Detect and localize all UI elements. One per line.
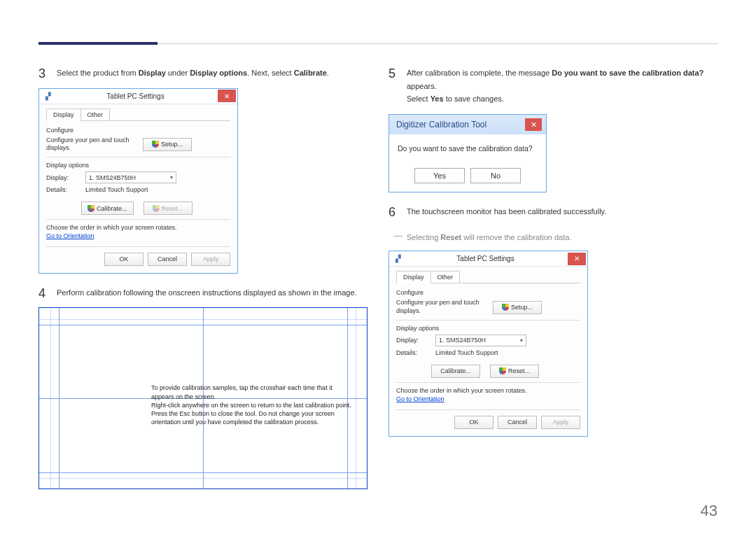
tab-display[interactable]: Display bbox=[396, 271, 431, 283]
step-text: Perform calibration following the onscre… bbox=[57, 286, 368, 300]
cancel-button[interactable]: Cancel bbox=[148, 253, 187, 266]
step-6: 6 The touchscreen monitor has been calib… bbox=[388, 205, 721, 218]
right-column: 5 After calibration is complete, the mes… bbox=[388, 66, 721, 448]
reset-note: Selecting Reset will remove the calibrat… bbox=[407, 231, 721, 244]
details-label: Details: bbox=[46, 186, 80, 193]
tabs: Display Other bbox=[396, 271, 580, 283]
apply-button[interactable]: Apply bbox=[541, 416, 580, 429]
digitizer-dialog: Digitizer Calibration Tool ✕ Do you want… bbox=[388, 114, 547, 192]
setup-button[interactable]: Setup... bbox=[143, 138, 192, 151]
step-number: 3 bbox=[38, 66, 54, 81]
tabs: Display Other bbox=[46, 108, 230, 121]
close-button[interactable]: ✕ bbox=[568, 253, 586, 265]
step-number: 6 bbox=[388, 205, 404, 220]
step-4: 4 Perform calibration following the onsc… bbox=[38, 286, 368, 490]
orientation-link[interactable]: Go to Orientation bbox=[396, 395, 580, 402]
details-label: Details: bbox=[396, 349, 430, 356]
left-column: 3 Select the product from Display under … bbox=[38, 66, 368, 502]
step-text: The touchscreen monitor has been calibra… bbox=[407, 205, 721, 218]
no-button[interactable]: No bbox=[470, 168, 521, 183]
chapter-header-rule bbox=[38, 43, 718, 44]
display-options-label: Display options bbox=[46, 162, 230, 169]
ok-button[interactable]: OK bbox=[104, 253, 144, 266]
window-title: Tablet PC Settings bbox=[403, 255, 568, 262]
tablet-icon: ▞ bbox=[393, 254, 403, 264]
tablet-pc-settings-window-2: ▞ Tablet PC Settings ✕ Display Other Con… bbox=[388, 251, 588, 436]
configure-label: Configure bbox=[396, 289, 580, 296]
window-title: Tablet PC Settings bbox=[53, 92, 218, 100]
tab-other[interactable]: Other bbox=[430, 271, 461, 283]
orientation-link[interactable]: Go to Orientation bbox=[46, 232, 230, 239]
display-label: Display: bbox=[396, 337, 430, 344]
chevron-down-icon: ▾ bbox=[170, 174, 173, 181]
tab-display[interactable]: Display bbox=[46, 108, 81, 121]
step-number: 5 bbox=[388, 66, 404, 81]
calibrate-button[interactable]: Calibrate... bbox=[81, 202, 134, 215]
page-number: 43 bbox=[701, 502, 718, 520]
display-dropdown[interactable]: 1. SMS24B750H ▾ bbox=[435, 335, 526, 346]
tab-other[interactable]: Other bbox=[80, 108, 111, 120]
calibrate-button[interactable]: Calibrate... bbox=[431, 365, 480, 378]
close-button[interactable]: ✕ bbox=[525, 118, 542, 131]
orientation-text: Choose the order in which your screen ro… bbox=[396, 387, 580, 395]
ok-button[interactable]: OK bbox=[454, 416, 493, 429]
apply-button[interactable]: Apply bbox=[191, 253, 230, 266]
setup-button[interactable]: Setup... bbox=[493, 301, 542, 314]
titlebar: ▞ Tablet PC Settings ✕ bbox=[39, 89, 237, 104]
details-value: Limited Touch Support bbox=[435, 349, 498, 356]
yes-button[interactable]: Yes bbox=[414, 168, 465, 183]
shield-icon bbox=[153, 205, 160, 212]
step-3: 3 Select the product from Display under … bbox=[38, 66, 368, 274]
reset-button[interactable]: Reset... bbox=[144, 202, 192, 215]
calibration-grid-screenshot: To provide calibration samples, tap the … bbox=[38, 307, 368, 489]
step-5: 5 After calibration is complete, the mes… bbox=[388, 66, 721, 192]
shield-icon bbox=[88, 205, 94, 212]
titlebar: Digitizer Calibration Tool ✕ bbox=[389, 115, 546, 134]
configure-text: Configure your pen and touch displays. bbox=[396, 299, 487, 315]
reset-button[interactable]: Reset... bbox=[490, 365, 539, 378]
titlebar: ▞ Tablet PC Settings ✕ bbox=[389, 251, 587, 267]
step-text: After calibration is complete, the messa… bbox=[407, 66, 721, 106]
display-options-label: Display options bbox=[396, 325, 580, 332]
shield-icon bbox=[499, 367, 506, 374]
display-label: Display: bbox=[46, 174, 80, 181]
dialog-title: Digitizer Calibration Tool bbox=[396, 120, 486, 129]
shield-icon bbox=[152, 141, 159, 148]
cancel-button[interactable]: Cancel bbox=[498, 416, 537, 429]
shield-icon bbox=[502, 304, 509, 311]
tablet-icon: ▞ bbox=[43, 91, 53, 101]
configure-text: Configure your pen and touch displays. bbox=[46, 136, 137, 153]
step-text: Select the product from Display under Di… bbox=[57, 66, 368, 80]
display-dropdown[interactable]: 1. SMS24B750H ▾ bbox=[85, 171, 176, 183]
close-button[interactable]: ✕ bbox=[218, 90, 236, 102]
dialog-body: Do you want to save the calibration data… bbox=[389, 134, 546, 162]
orientation-text: Choose the order in which your screen ro… bbox=[46, 224, 230, 232]
tablet-pc-settings-window: ▞ Tablet PC Settings ✕ Display Other Con… bbox=[38, 88, 238, 274]
configure-label: Configure bbox=[46, 127, 230, 134]
calibration-message: To provide calibration samples, tap the … bbox=[151, 384, 354, 426]
details-value: Limited Touch Support bbox=[85, 186, 148, 193]
step-number: 4 bbox=[38, 286, 54, 301]
chevron-down-icon: ▾ bbox=[520, 337, 523, 344]
